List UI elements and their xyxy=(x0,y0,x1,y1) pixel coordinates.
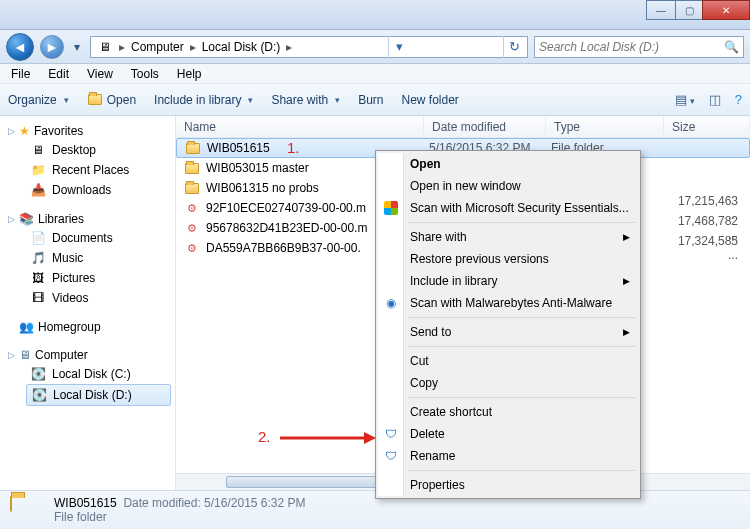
drive-icon: 💽 xyxy=(31,387,47,403)
details-type: File folder xyxy=(54,510,306,524)
nav-local-disk-c[interactable]: 💽Local Disk (C:) xyxy=(4,364,175,384)
refresh-button[interactable]: ↻ xyxy=(503,36,525,58)
menu-bar: File Edit View Tools Help xyxy=(0,64,750,84)
details-date-label: Date modified: xyxy=(123,496,200,510)
computer-header[interactable]: ▷🖥Computer xyxy=(4,346,175,364)
mse-icon xyxy=(383,200,399,216)
maximize-button[interactable]: ▢ xyxy=(675,0,703,20)
chevron-right-icon: ▶ xyxy=(623,232,630,242)
navigation-bar: ◄ ► ▾ 🖥 ▸ Computer ▸ Local Disk (D:) ▸ ▾… xyxy=(0,30,750,64)
col-name[interactable]: Name xyxy=(176,116,424,137)
menu-help[interactable]: Help xyxy=(168,65,211,83)
search-placeholder: Search Local Disk (D:) xyxy=(539,40,659,54)
column-headers: Name Date modified Type Size xyxy=(176,116,750,138)
folder-icon xyxy=(184,160,200,176)
navigation-pane: ▷★Favorites 🖥Desktop 📁Recent Places 📥Dow… xyxy=(0,116,176,490)
recent-icon: 📁 xyxy=(30,162,46,178)
nav-videos[interactable]: 🎞Videos xyxy=(4,288,175,308)
malwarebytes-icon: ◉ xyxy=(383,295,399,311)
ctx-properties[interactable]: Properties xyxy=(378,474,638,496)
downloads-icon: 📥 xyxy=(30,182,46,198)
search-input[interactable]: Search Local Disk (D:) 🔍 xyxy=(534,36,744,58)
nav-recent-places[interactable]: 📁Recent Places xyxy=(4,160,175,180)
menu-view[interactable]: View xyxy=(78,65,122,83)
homegroup-header[interactable]: ▷👥Homegroup xyxy=(4,318,175,336)
minimize-button[interactable]: — xyxy=(646,0,676,20)
nav-documents[interactable]: 📄Documents xyxy=(4,228,175,248)
help-button[interactable]: ? xyxy=(735,92,742,107)
menu-file[interactable]: File xyxy=(2,65,39,83)
videos-icon: 🎞 xyxy=(30,290,46,306)
include-in-library-button[interactable]: Include in library xyxy=(154,93,253,107)
chevron-right-icon[interactable]: ▸ xyxy=(188,40,198,54)
command-bar: Organize Open Include in library Share w… xyxy=(0,84,750,116)
share-with-button[interactable]: Share with xyxy=(271,93,340,107)
menu-tools[interactable]: Tools xyxy=(122,65,168,83)
file-size: 17,324,585 ... xyxy=(668,234,750,262)
chkdsk-icon: ⚙ xyxy=(184,220,200,236)
col-type[interactable]: Type xyxy=(546,116,664,137)
col-size[interactable]: Size xyxy=(664,116,750,137)
ctx-scan-malwarebytes[interactable]: ◉Scan with Malwarebytes Anti-Malware xyxy=(378,292,638,314)
address-bar[interactable]: 🖥 ▸ Computer ▸ Local Disk (D:) ▸ ▾ ↻ xyxy=(90,36,528,58)
details-date: 5/16/2015 6:32 PM xyxy=(204,496,305,510)
chkdsk-icon: ⚙ xyxy=(184,200,200,216)
view-options-button[interactable]: ▤ xyxy=(675,92,695,107)
ctx-open-in-new-window[interactable]: Open in new window xyxy=(378,175,638,197)
ctx-rename[interactable]: 🛡Rename xyxy=(378,445,638,467)
ctx-cut[interactable]: Cut xyxy=(378,350,638,372)
pictures-icon: 🖼 xyxy=(30,270,46,286)
details-name: WIB051615 xyxy=(54,496,117,510)
music-icon: 🎵 xyxy=(30,250,46,266)
chevron-right-icon[interactable]: ▸ xyxy=(284,40,294,54)
folder-open-icon xyxy=(87,92,103,108)
ctx-restore-previous[interactable]: Restore previous versions xyxy=(378,248,638,270)
ctx-scan-mse[interactable]: Scan with Microsoft Security Essentials.… xyxy=(378,197,638,219)
chevron-right-icon: ▶ xyxy=(623,276,630,286)
close-button[interactable]: ✕ xyxy=(702,0,750,20)
open-button[interactable]: Open xyxy=(87,92,136,108)
organize-button[interactable]: Organize xyxy=(8,93,69,107)
menu-edit[interactable]: Edit xyxy=(39,65,78,83)
forward-button[interactable]: ► xyxy=(40,35,64,59)
nav-local-disk-d[interactable]: 💽Local Disk (D:) xyxy=(26,384,171,406)
ctx-delete[interactable]: 🛡Delete xyxy=(378,423,638,445)
ctx-create-shortcut[interactable]: Create shortcut xyxy=(378,401,638,423)
chevron-right-icon: ▶ xyxy=(623,327,630,337)
drive-icon: 💽 xyxy=(30,366,46,382)
preview-pane-button[interactable]: ◫ xyxy=(709,92,721,107)
breadcrumb-drive[interactable]: Local Disk (D:) xyxy=(198,40,285,54)
ctx-include-in-library[interactable]: Include in library▶ xyxy=(378,270,638,292)
chevron-right-icon[interactable]: ▸ xyxy=(117,40,127,54)
folder-icon xyxy=(185,140,201,156)
open-label: Open xyxy=(107,93,136,107)
history-dropdown[interactable]: ▾ xyxy=(70,33,84,61)
address-dropdown[interactable]: ▾ xyxy=(388,36,410,58)
nav-music[interactable]: 🎵Music xyxy=(4,248,175,268)
ctx-share-with[interactable]: Share with▶ xyxy=(378,226,638,248)
shield-icon: 🛡 xyxy=(383,426,399,442)
favorites-header[interactable]: ▷★Favorites xyxy=(4,122,175,140)
nav-desktop[interactable]: 🖥Desktop xyxy=(4,140,175,160)
ctx-send-to[interactable]: Send to▶ xyxy=(378,321,638,343)
search-icon[interactable]: 🔍 xyxy=(724,40,739,54)
folder-icon xyxy=(10,497,42,523)
chkdsk-icon: ⚙ xyxy=(184,240,200,256)
nav-pictures[interactable]: 🖼Pictures xyxy=(4,268,175,288)
ctx-open[interactable]: Open xyxy=(378,153,638,175)
documents-icon: 📄 xyxy=(30,230,46,246)
shield-icon: 🛡 xyxy=(383,448,399,464)
breadcrumb-computer[interactable]: Computer xyxy=(127,40,188,54)
new-folder-button[interactable]: New folder xyxy=(402,93,459,107)
back-button[interactable]: ◄ xyxy=(6,33,34,61)
nav-downloads[interactable]: 📥Downloads xyxy=(4,180,175,200)
folder-icon xyxy=(184,180,200,196)
col-date[interactable]: Date modified xyxy=(424,116,546,137)
burn-button[interactable]: Burn xyxy=(358,93,383,107)
context-menu: Open Open in new window Scan with Micros… xyxy=(375,150,641,499)
libraries-header[interactable]: ▷📚Libraries xyxy=(4,210,175,228)
desktop-icon: 🖥 xyxy=(30,142,46,158)
computer-icon: 🖥 xyxy=(97,39,113,55)
title-bar: — ▢ ✕ xyxy=(0,0,750,30)
ctx-copy[interactable]: Copy xyxy=(378,372,638,394)
